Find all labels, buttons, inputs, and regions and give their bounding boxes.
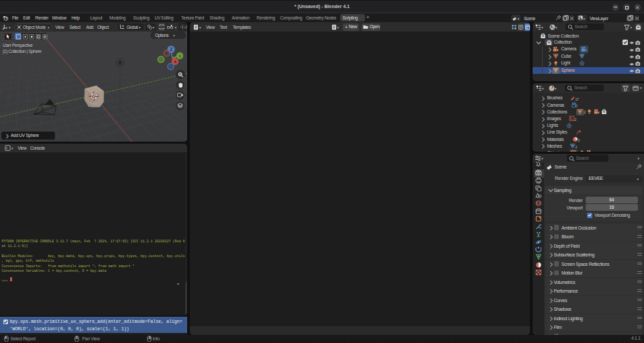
svg-text:Y: Y bbox=[178, 54, 181, 58]
svg-text:X: X bbox=[174, 60, 176, 64]
svg-text:Z: Z bbox=[170, 47, 172, 52]
